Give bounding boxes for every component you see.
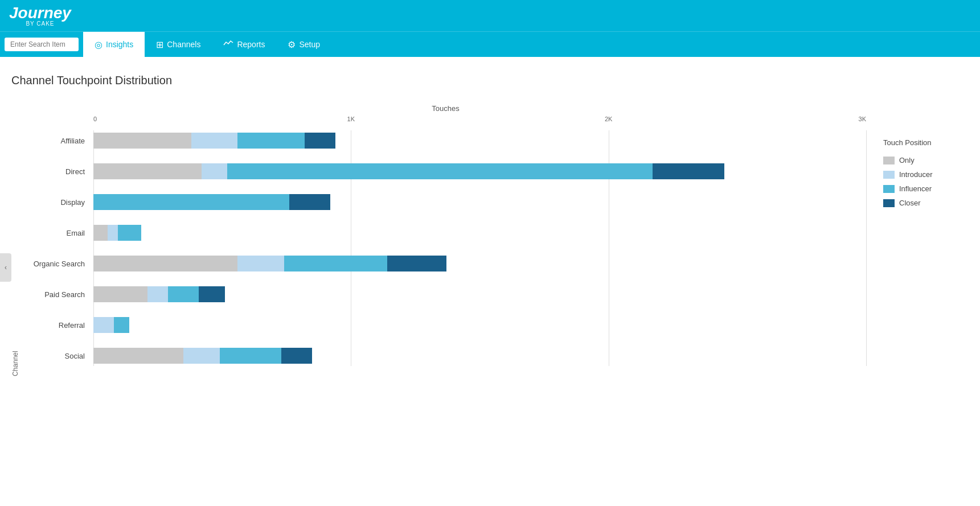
bar-track	[93, 194, 866, 210]
legend-title: Touch Position	[883, 138, 957, 147]
bar-segment-closer	[653, 163, 725, 179]
legend-item: Introducer	[883, 170, 957, 179]
bar-row: Paid Search	[25, 284, 866, 305]
nav-label-reports: Reports	[237, 40, 265, 49]
legend-items: OnlyIntroducerInfluencerCloser	[883, 156, 957, 207]
chart-area: Channel Touchpoint Distribution Channel …	[11, 74, 957, 489]
bar-segment-introducer	[191, 133, 237, 149]
bar-track	[93, 286, 866, 302]
bar-segment-closer	[305, 133, 335, 149]
legend-label: Influencer	[899, 184, 932, 193]
insights-icon: ◎	[95, 39, 102, 50]
nav-label-setup: Setup	[299, 40, 320, 49]
bar-segment-introducer	[237, 256, 284, 271]
bar-row: Social	[25, 345, 866, 366]
bar-segment-only	[93, 348, 183, 364]
bars-container: AffiliateDirectDisplayEmailOrganic Searc…	[25, 130, 866, 366]
x-tick-0: 0	[93, 116, 97, 122]
main-content: ‹ Channel Touchpoint Distribution Channe…	[0, 57, 980, 506]
setup-icon: ⚙	[288, 39, 296, 50]
bar-track	[93, 348, 866, 364]
bar-row: Referral	[25, 315, 866, 335]
legend-item: Only	[883, 156, 957, 164]
sidebar-toggle[interactable]: ‹	[0, 253, 11, 282]
legend-label: Introducer	[899, 170, 933, 179]
app-name: Journey	[9, 4, 71, 22]
nav-item-insights[interactable]: ◎ Insights	[83, 32, 145, 57]
bar-row: Organic Search	[25, 253, 866, 274]
bar-label: Display	[25, 198, 93, 207]
legend-item: Closer	[883, 199, 957, 207]
bar-row: Affiliate	[25, 130, 866, 151]
bar-segment-influencer	[284, 256, 387, 271]
bar-label: Email	[25, 229, 93, 237]
bar-track	[93, 317, 866, 333]
app-logo: Journey BY CAKE	[9, 5, 71, 27]
bar-track	[93, 256, 866, 271]
legend-swatch	[883, 171, 895, 179]
nav-items: ◎ Insights ⊞ Channels Reports ⚙ Setup	[83, 32, 331, 57]
bar-label: Organic Search	[25, 260, 93, 268]
reports-icon	[223, 39, 233, 50]
chart-container: Channel Touches 0 1K 2K 3K	[11, 104, 957, 376]
legend-swatch	[883, 157, 895, 164]
x-axis-ticks: 0 1K 2K 3K	[93, 116, 866, 127]
bar-segment-only	[93, 286, 147, 302]
search-input[interactable]	[5, 38, 79, 51]
bar-segment-influencer	[168, 286, 199, 302]
bar-segment-influencer	[114, 317, 129, 333]
bar-segment-only	[93, 163, 202, 179]
bar-segment-introducer	[202, 163, 227, 179]
y-axis-label: Channel	[11, 104, 19, 376]
bar-segment-introducer	[93, 317, 114, 333]
legend-swatch	[883, 185, 895, 193]
bar-segment-influencer	[227, 163, 652, 179]
bar-segment-influencer	[118, 225, 141, 241]
bar-label: Social	[25, 352, 93, 360]
x-tick-3: 3K	[859, 116, 866, 122]
bar-row: Email	[25, 223, 866, 243]
nav-label-channels: Channels	[167, 40, 200, 49]
nav-item-setup[interactable]: ⚙ Setup	[276, 32, 331, 57]
bar-segment-influencer	[220, 348, 282, 364]
x-tick-1: 1K	[347, 116, 355, 122]
legend-label: Only	[899, 156, 915, 164]
bar-segment-closer	[289, 194, 330, 210]
x-axis-label: Touches	[25, 104, 866, 113]
channels-icon: ⊞	[156, 39, 163, 50]
legend-label: Closer	[899, 199, 921, 207]
bar-segment-closer	[199, 286, 224, 302]
bar-track	[93, 225, 866, 241]
bars-wrapper: AffiliateDirectDisplayEmailOrganic Searc…	[25, 130, 866, 366]
chevron-left-icon: ‹	[5, 264, 7, 271]
top-bar: Journey BY CAKE	[0, 0, 980, 31]
bar-label: Paid Search	[25, 290, 93, 299]
app-sub: BY CAKE	[9, 21, 71, 27]
nav-bar: ◎ Insights ⊞ Channels Reports ⚙ Setup	[0, 31, 980, 57]
legend-swatch	[883, 199, 895, 207]
x-tick-2: 2K	[605, 116, 612, 122]
bar-track	[93, 133, 866, 149]
chart-title: Channel Touchpoint Distribution	[11, 74, 957, 87]
bar-segment-introducer	[108, 225, 118, 241]
bar-segment-only	[93, 225, 108, 241]
bar-row: Direct	[25, 161, 866, 182]
bar-segment-influencer	[93, 194, 289, 210]
nav-item-channels[interactable]: ⊞ Channels	[145, 32, 212, 57]
bar-track	[93, 163, 866, 179]
bar-segment-only	[93, 133, 191, 149]
bar-segment-closer	[387, 256, 446, 271]
bar-row: Display	[25, 192, 866, 212]
legend: Touch Position OnlyIntroducerInfluencerC…	[866, 104, 957, 376]
bar-segment-only	[93, 256, 237, 271]
bar-segment-introducer	[183, 348, 219, 364]
nav-item-reports[interactable]: Reports	[212, 32, 276, 57]
nav-label-insights: Insights	[106, 40, 133, 49]
legend-item: Influencer	[883, 184, 957, 193]
bar-segment-closer	[281, 348, 312, 364]
bar-label: Referral	[25, 321, 93, 330]
bar-label: Direct	[25, 167, 93, 176]
bar-label: Affiliate	[25, 137, 93, 145]
chart-inner: Touches 0 1K 2K 3K	[25, 104, 866, 376]
bar-segment-influencer	[237, 133, 305, 149]
